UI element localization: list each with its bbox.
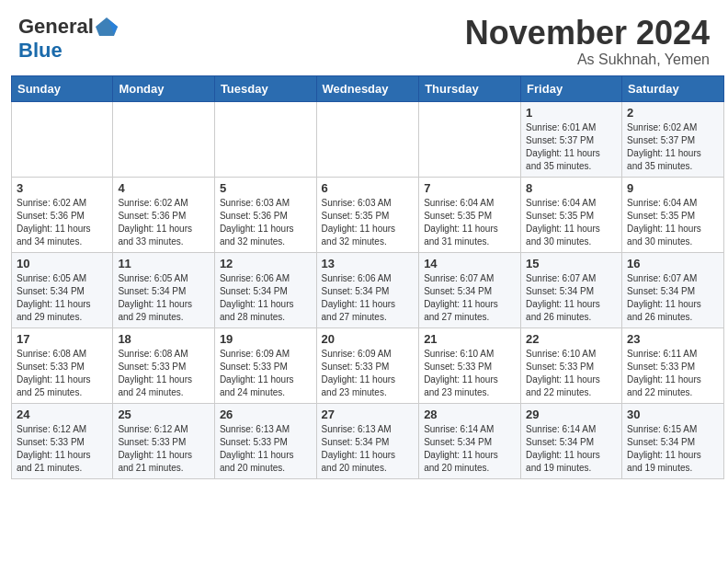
- day-number: 22: [526, 332, 617, 346]
- day-number: 14: [424, 257, 516, 270]
- calendar-header: SundayMondayTuesdayWednesdayThursdayFrid…: [12, 75, 724, 101]
- day-info: Sunrise: 6:06 AMSunset: 5:34 PMDaylight:…: [322, 272, 415, 324]
- day-info: Sunrise: 6:02 AMSunset: 5:37 PMDaylight:…: [627, 121, 719, 173]
- calendar-week-0: 1Sunrise: 6:01 AMSunset: 5:37 PMDaylight…: [12, 101, 724, 177]
- calendar-cell: 9Sunrise: 6:04 AMSunset: 5:35 PMDaylight…: [622, 177, 724, 252]
- day-info: Sunrise: 6:05 AMSunset: 5:34 PMDaylight:…: [118, 272, 210, 324]
- day-number: 20: [322, 332, 415, 346]
- calendar-cell: 15Sunrise: 6:07 AMSunset: 5:34 PMDayligh…: [521, 252, 622, 327]
- calendar-cell: [12, 101, 113, 177]
- day-info: Sunrise: 6:15 AMSunset: 5:34 PMDaylight:…: [627, 423, 719, 475]
- calendar-cell: 12Sunrise: 6:06 AMSunset: 5:34 PMDayligh…: [214, 252, 316, 327]
- day-info: Sunrise: 6:03 AMSunset: 5:35 PMDaylight:…: [322, 197, 415, 248]
- calendar-cell: 20Sunrise: 6:09 AMSunset: 5:33 PMDayligh…: [316, 327, 419, 403]
- day-number: 1: [526, 106, 617, 120]
- calendar-cell: [419, 101, 521, 177]
- calendar-cell: 2Sunrise: 6:02 AMSunset: 5:37 PMDaylight…: [622, 101, 724, 177]
- day-info: Sunrise: 6:07 AMSunset: 5:34 PMDaylight:…: [526, 272, 617, 324]
- calendar-cell: 23Sunrise: 6:11 AMSunset: 5:33 PMDayligh…: [622, 327, 724, 403]
- day-info: Sunrise: 6:12 AMSunset: 5:33 PMDaylight:…: [17, 423, 108, 475]
- day-info: Sunrise: 6:11 AMSunset: 5:33 PMDaylight:…: [627, 348, 719, 399]
- day-info: Sunrise: 6:06 AMSunset: 5:34 PMDaylight:…: [220, 272, 312, 324]
- day-number: 12: [220, 257, 312, 270]
- calendar-cell: 13Sunrise: 6:06 AMSunset: 5:34 PMDayligh…: [316, 252, 419, 327]
- day-number: 21: [424, 332, 516, 346]
- day-number: 2: [627, 106, 719, 120]
- header-wednesday: Wednesday: [316, 75, 419, 101]
- calendar-cell: 14Sunrise: 6:07 AMSunset: 5:34 PMDayligh…: [419, 252, 521, 327]
- day-info: Sunrise: 6:13 AMSunset: 5:34 PMDaylight:…: [322, 423, 415, 475]
- calendar-cell: 29Sunrise: 6:14 AMSunset: 5:34 PMDayligh…: [521, 403, 622, 478]
- day-number: 4: [118, 181, 210, 195]
- logo: General Blue: [18, 15, 118, 63]
- day-info: Sunrise: 6:05 AMSunset: 5:34 PMDaylight:…: [17, 272, 108, 324]
- day-number: 9: [627, 181, 719, 195]
- day-info: Sunrise: 6:08 AMSunset: 5:33 PMDaylight:…: [17, 348, 108, 399]
- calendar-cell: 24Sunrise: 6:12 AMSunset: 5:33 PMDayligh…: [12, 403, 113, 478]
- calendar-cell: 6Sunrise: 6:03 AMSunset: 5:35 PMDaylight…: [316, 177, 419, 252]
- day-number: 11: [118, 257, 210, 270]
- calendar-cell: 8Sunrise: 6:04 AMSunset: 5:35 PMDaylight…: [521, 177, 622, 252]
- day-number: 29: [526, 408, 617, 421]
- logo-blue-text: Blue: [18, 39, 63, 63]
- calendar-cell: 10Sunrise: 6:05 AMSunset: 5:34 PMDayligh…: [12, 252, 113, 327]
- day-number: 16: [627, 257, 719, 270]
- calendar-cell: 4Sunrise: 6:02 AMSunset: 5:36 PMDaylight…: [113, 177, 215, 252]
- day-info: Sunrise: 6:04 AMSunset: 5:35 PMDaylight:…: [526, 197, 617, 248]
- calendar-cell: 28Sunrise: 6:14 AMSunset: 5:34 PMDayligh…: [419, 403, 521, 478]
- day-info: Sunrise: 6:01 AMSunset: 5:37 PMDaylight:…: [526, 121, 617, 173]
- day-number: 30: [627, 408, 719, 421]
- day-info: Sunrise: 6:03 AMSunset: 5:36 PMDaylight:…: [220, 197, 312, 248]
- day-number: 23: [627, 332, 719, 346]
- calendar-cell: 27Sunrise: 6:13 AMSunset: 5:34 PMDayligh…: [316, 403, 419, 478]
- day-info: Sunrise: 6:09 AMSunset: 5:33 PMDaylight:…: [322, 348, 415, 399]
- calendar-cell: 11Sunrise: 6:05 AMSunset: 5:34 PMDayligh…: [113, 252, 215, 327]
- day-number: 25: [118, 408, 210, 421]
- logo-general-text: General: [18, 15, 94, 39]
- calendar-cell: 25Sunrise: 6:12 AMSunset: 5:33 PMDayligh…: [113, 403, 215, 478]
- calendar-week-3: 17Sunrise: 6:08 AMSunset: 5:33 PMDayligh…: [12, 327, 724, 403]
- day-number: 13: [322, 257, 415, 270]
- day-number: 26: [220, 408, 312, 421]
- day-info: Sunrise: 6:14 AMSunset: 5:34 PMDaylight:…: [526, 423, 617, 475]
- calendar-cell: 5Sunrise: 6:03 AMSunset: 5:36 PMDaylight…: [214, 177, 316, 252]
- day-info: Sunrise: 6:10 AMSunset: 5:33 PMDaylight:…: [526, 348, 617, 399]
- day-info: Sunrise: 6:09 AMSunset: 5:33 PMDaylight:…: [220, 348, 312, 399]
- day-info: Sunrise: 6:02 AMSunset: 5:36 PMDaylight:…: [118, 197, 210, 248]
- calendar-week-4: 24Sunrise: 6:12 AMSunset: 5:33 PMDayligh…: [12, 403, 724, 478]
- day-number: 18: [118, 332, 210, 346]
- header-friday: Friday: [521, 75, 622, 101]
- day-number: 7: [424, 181, 516, 195]
- day-info: Sunrise: 6:08 AMSunset: 5:33 PMDaylight:…: [118, 348, 210, 399]
- calendar-table: SundayMondayTuesdayWednesdayThursdayFrid…: [11, 75, 724, 479]
- calendar-week-2: 10Sunrise: 6:05 AMSunset: 5:34 PMDayligh…: [12, 252, 724, 327]
- day-number: 15: [526, 257, 617, 270]
- day-number: 8: [526, 181, 617, 195]
- day-number: 28: [424, 408, 516, 421]
- calendar-cell: 17Sunrise: 6:08 AMSunset: 5:33 PMDayligh…: [12, 327, 113, 403]
- calendar-cell: 22Sunrise: 6:10 AMSunset: 5:33 PMDayligh…: [521, 327, 622, 403]
- day-number: 27: [322, 408, 415, 421]
- calendar-cell: [214, 101, 316, 177]
- calendar-cell: 1Sunrise: 6:01 AMSunset: 5:37 PMDaylight…: [521, 101, 622, 177]
- day-info: Sunrise: 6:12 AMSunset: 5:33 PMDaylight:…: [118, 423, 210, 475]
- day-info: Sunrise: 6:04 AMSunset: 5:35 PMDaylight:…: [424, 197, 516, 248]
- header-tuesday: Tuesday: [214, 75, 316, 101]
- calendar-cell: 19Sunrise: 6:09 AMSunset: 5:33 PMDayligh…: [214, 327, 316, 403]
- header-row: SundayMondayTuesdayWednesdayThursdayFrid…: [12, 75, 724, 101]
- logo-icon: [96, 17, 118, 36]
- day-number: 3: [17, 181, 108, 195]
- calendar-cell: [316, 101, 419, 177]
- day-info: Sunrise: 6:02 AMSunset: 5:36 PMDaylight:…: [17, 197, 108, 248]
- title-block: November 2024 As Sukhnah, Yemen: [465, 15, 710, 68]
- calendar-cell: 18Sunrise: 6:08 AMSunset: 5:33 PMDayligh…: [113, 327, 215, 403]
- header-thursday: Thursday: [419, 75, 521, 101]
- day-info: Sunrise: 6:10 AMSunset: 5:33 PMDaylight:…: [424, 348, 516, 399]
- calendar-cell: 16Sunrise: 6:07 AMSunset: 5:34 PMDayligh…: [622, 252, 724, 327]
- day-info: Sunrise: 6:07 AMSunset: 5:34 PMDaylight:…: [424, 272, 516, 324]
- header-sunday: Sunday: [12, 75, 113, 101]
- day-number: 10: [17, 257, 108, 270]
- header-monday: Monday: [113, 75, 215, 101]
- location: As Sukhnah, Yemen: [465, 52, 710, 68]
- day-number: 6: [322, 181, 415, 195]
